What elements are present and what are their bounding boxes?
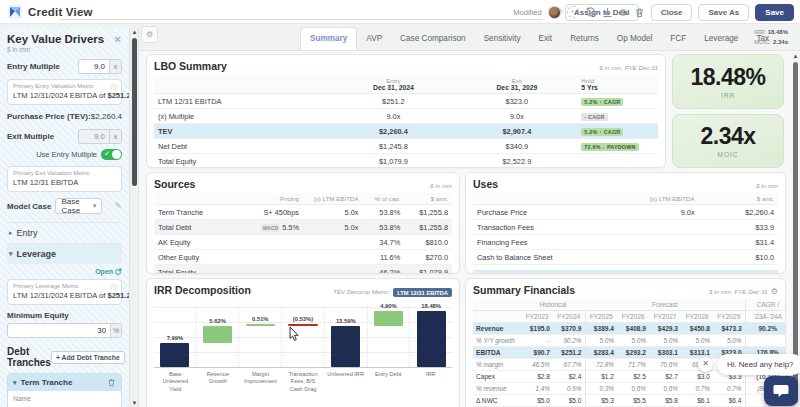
table-cell: Total Equity [154,265,243,275]
table-cell: $283.4 [585,347,617,359]
panel-settings-gear-icon[interactable]: ⚙ [141,26,158,43]
use-entry-multiple-label: Use Entry Multiple [36,150,97,159]
tab-metrics: IRR: 18.48% MOIC: 2.34x [754,27,788,47]
tab-op-model[interactable]: Op Model [608,28,662,50]
waterfall-bar-group: 0.51% [238,306,281,367]
debt-tranches-title: Debt Tranches [7,346,51,368]
table-cell: 0.3% [585,383,617,395]
save-button[interactable]: Save [755,4,794,21]
waterfall-xlabels: Base Unlevered YieldRevenue GrowthMargin… [154,371,452,393]
table-cell: 0.6% [649,383,681,395]
history-icon[interactable] [585,7,596,18]
external-link-icon [115,268,122,275]
table-row: (x) Multiple9.0x9.0x- CAGR [154,109,658,124]
entry-multiple-label: Entry Multiple [7,62,60,71]
table-cell: 72.6% ↓ PAYDOWN [577,139,658,154]
table-cell: - CAGR [577,109,658,124]
table-row: % Y/Y growth-90.2%5.0%5.0%5.0%5.0%5.0% [473,335,786,347]
key-value-drivers-sidebar: Key Value Drivers ✕ $ in mm Entry Multip… [0,28,130,407]
trash-icon[interactable] [634,7,645,18]
sidebar-close-icon[interactable]: ✕ [114,34,122,45]
table-cell: Total Equity [154,154,330,169]
entry-multiple-input[interactable] [79,60,109,73]
tab-avp[interactable]: AVP [357,28,391,50]
tab-leverage[interactable]: Leverage [695,28,747,50]
table-cell: Financing Fees [473,235,613,250]
table-cell: WACD5.5% [243,220,303,235]
metric-text: LTM 12/31/2024 EBITDA of [13,91,107,100]
summary-content: LBO Summary $ in mm, FYE Dec 31 EntryDec… [140,52,790,407]
status-badge: - CAGR [581,113,607,121]
add-debt-tranche-button[interactable]: + Add Debt Tranche [51,351,125,364]
scrollbar-thumb[interactable] [793,62,798,403]
scrollbar-thumb[interactable] [132,38,137,186]
table-cell: Total Uses [473,270,613,274]
chevron-down-icon: ▾ [13,379,17,387]
chat-launcher-button[interactable] [764,376,798,406]
tab-exit[interactable]: Exit [530,28,562,50]
financials-group-row: Historical Forecast CAGR / [473,299,786,311]
scroll-up-icon[interactable]: ▲ [791,53,800,59]
column-header: (x) LTM EBITDA [303,193,363,205]
decomp-metric-badge[interactable]: LTM 12/31 EBITDA [393,288,452,297]
open-leverage-link[interactable]: Open [7,268,122,275]
use-entry-multiple-toggle[interactable]: ✓ [101,149,122,160]
close-button[interactable]: Close [651,4,693,21]
scroll-down-icon[interactable]: ▼ [130,400,139,406]
card-title: Primary Leverage Metric [13,283,116,289]
tab-sensitivity[interactable]: Sensitivity [475,28,530,50]
download-icon[interactable] [602,7,613,18]
moic-mini-label: MOIC: [754,39,771,45]
delete-tranche-icon[interactable] [107,378,116,387]
irr-decomposition-title: IRR Decomposition [154,284,251,296]
waterfall-bar-group: (0.53%) [281,306,324,367]
exit-multiple-input[interactable] [79,130,109,143]
bar-value-label: 0.51% [239,316,281,322]
exit-col-label: Exit [460,77,573,84]
avatar[interactable] [548,6,561,19]
minimum-equity-input[interactable] [8,324,110,337]
lbo-summary-note: $ in mm, FYE Dec 31 [599,64,658,71]
tab-fcf[interactable]: FCF [661,28,695,50]
scroll-up-icon[interactable]: ▲ [130,29,139,35]
irr-card: 18.48% IRR [672,54,784,109]
table-cell: $5.3 [585,395,617,407]
save-as-button[interactable]: Save As [698,4,749,21]
table-cell: 5.0x [303,220,363,235]
table-cell: 72.8% [585,359,617,371]
term-tranche-header[interactable]: ▾ Term Tranche [8,374,121,391]
column-header: $ amt. [699,193,778,205]
settings-gear-icon[interactable]: ⚙ [619,7,628,18]
tab-case-comparison[interactable]: Case Comparison [391,28,475,50]
sidebar-section-leverage[interactable]: ▾ Leverage [7,243,122,264]
table-cell: 46.2% [363,265,405,275]
table-row: Cash to Balance Sheet$10.0 [473,250,778,265]
table-row: TEV$2,260.4$2,907.45.2% ↑ CAGR [154,124,658,139]
tab-summary[interactable]: Summary [300,27,357,50]
edit-case-icon[interactable]: ✎ [114,201,122,211]
chat-greeting[interactable]: Hi. Need any help? [717,354,800,375]
chat-dismiss-icon[interactable]: ✕ [698,357,713,372]
waterfall-bar-group: 5.62% [196,306,239,367]
hold-col-period: 5 Yrs [581,84,654,91]
info-icon[interactable]: ⓘ [111,283,118,292]
model-case-select[interactable]: Base Case ▾ [55,198,102,214]
sidebar-section-entry[interactable]: ▸ Entry [7,222,122,243]
table-cell: $2,522.9 [456,154,577,169]
table-cell: EBITDA [473,347,521,359]
info-icon[interactable]: ⓘ [111,83,118,92]
table-cell: $389.4 [585,323,617,335]
table-cell: $340.9 [456,139,577,154]
column-header [473,193,613,205]
metric-text: LTM 12/31/2024 EBITDA of [13,291,107,300]
table-cell: 11.6% [363,250,405,265]
financials-gear-icon[interactable]: ⚙ [771,287,778,296]
sidebar-scrollbar[interactable]: ▲ ▼ [130,28,139,407]
table-row: Other Equity11.6%$270.0 [154,250,452,265]
table-row: Total Equity$1,079.9$2,522.9 [154,154,658,169]
table-cell: Term Tranche [154,205,243,220]
table-cell: $10.0 [699,250,778,265]
card-metric: LTM 12/31/2024 EBITDA of $251.2 [13,291,116,300]
tab-returns[interactable]: Returns [561,28,608,50]
add-user-icon[interactable]: + [567,6,579,18]
